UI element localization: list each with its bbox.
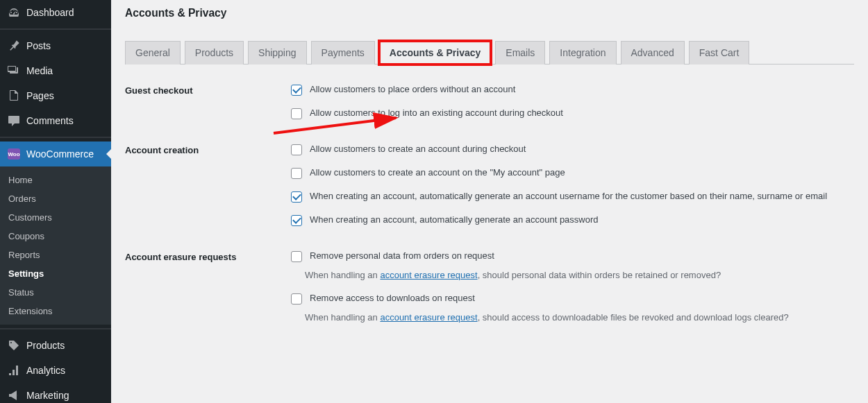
submenu-status[interactable]: Status [0,283,111,302]
sidebar-item-label: Analytics [26,365,65,376]
pin-icon [7,39,21,53]
help-text: When handling an account erasure request… [305,312,854,323]
marketing-icon [7,388,21,402]
checkbox-create-account-myaccount[interactable] [291,168,302,179]
option-create-account-checkout[interactable]: Allow customers to create an account dur… [288,144,854,157]
submenu-settings[interactable]: Settings [0,264,111,283]
sidebar-item-label: Posts [26,40,51,51]
option-label: Remove access to downloads on request [310,293,475,303]
option-remove-downloads[interactable]: Remove access to downloads on request [288,293,854,307]
section-erasure: Account erasure requests Remove personal… [125,250,854,335]
sidebar-item-products[interactable]: Products [0,333,111,358]
tab-integration[interactable]: Integration [549,41,616,65]
settings-tabs: General Products Shipping Payments Accou… [125,40,854,65]
sidebar-item-label: Comments [26,115,74,126]
sidebar-separator [0,28,111,30]
checkbox-remove-downloads[interactable] [291,293,302,305]
option-label: Allow customers to place orders without … [310,84,515,94]
sidebar-item-dashboard[interactable]: Dashboard [0,0,111,25]
checkbox-auto-password[interactable] [291,215,302,226]
option-login-checkout[interactable]: Allow customers to log into an existing … [288,108,854,121]
sidebar-item-comments[interactable]: Comments [0,108,111,133]
page-title: Accounts & Privacy [125,7,854,19]
help-text: When handling an account erasure request… [305,270,854,280]
option-label: When creating an account, automatically … [310,214,599,225]
submenu-reports[interactable]: Reports [0,246,111,264]
sidebar-item-label: Products [26,340,65,351]
submenu-orders[interactable]: Orders [0,189,111,208]
account-erasure-link[interactable]: account erasure request [380,312,477,323]
section-guest-checkout: Guest checkout Allow customers to place … [125,84,854,131]
option-label: Remove personal data from orders on requ… [310,250,494,261]
woocommerce-submenu: Home Orders Customers Coupons Reports Se… [0,166,111,325]
tab-accounts-privacy[interactable]: Accounts & Privacy [379,41,492,65]
section-account-creation: Account creation Allow customers to crea… [125,144,854,238]
submenu-coupons[interactable]: Coupons [0,227,111,246]
option-label: Allow customers to create an account on … [310,167,565,178]
admin-sidebar: Dashboard Posts Media Pages Comments Woo… [0,0,111,403]
sidebar-item-label: WooCommerce [26,148,94,160]
tab-advanced[interactable]: Advanced [621,41,685,65]
sidebar-separator [0,328,111,329]
comment-icon [7,114,21,128]
tab-emails[interactable]: Emails [495,41,545,65]
sidebar-item-label: Marketing [26,390,69,401]
checkbox-remove-personal-data[interactable] [291,251,302,262]
dashboard-icon [7,6,21,19]
media-icon [7,64,21,78]
sidebar-item-pages[interactable]: Pages [0,83,111,108]
section-title: Guest checkout [125,84,288,96]
sidebar-item-marketing[interactable]: Marketing [0,383,111,403]
analytics-icon [7,363,21,377]
option-auto-username[interactable]: When creating an account, automatically … [288,191,854,205]
sidebar-item-label: Dashboard [26,7,74,18]
option-label: When creating an account, automatically … [310,191,827,201]
sidebar-item-posts[interactable]: Posts [0,33,111,58]
woocommerce-icon: Woo [7,147,21,161]
tab-fast-cart[interactable]: Fast Cart [689,41,750,65]
tab-products[interactable]: Products [185,41,244,65]
submenu-extensions[interactable]: Extensions [0,302,111,320]
tab-general[interactable]: General [125,41,181,65]
checkbox-guest-orders[interactable] [291,85,302,96]
option-remove-personal-data[interactable]: Remove personal data from orders on requ… [288,250,854,264]
sidebar-item-label: Pages [26,90,54,101]
submenu-customers[interactable]: Customers [0,208,111,227]
tab-shipping[interactable]: Shipping [248,41,307,65]
settings-form: Guest checkout Allow customers to place … [125,84,854,335]
checkbox-auto-username[interactable] [291,191,302,203]
option-guest-orders[interactable]: Allow customers to place orders without … [288,84,854,98]
checkbox-create-account-checkout[interactable] [291,144,302,155]
checkbox-login-checkout[interactable] [291,108,302,119]
section-title: Account erasure requests [125,250,288,262]
option-create-account-myaccount[interactable]: Allow customers to create an account on … [288,167,854,181]
pages-icon [7,89,21,103]
option-label: Allow customers to create an account dur… [310,144,526,154]
sidebar-item-media[interactable]: Media [0,58,111,83]
products-icon [7,338,21,352]
option-auto-password[interactable]: When creating an account, automatically … [288,214,854,228]
tab-payments[interactable]: Payments [311,41,375,65]
sidebar-separator [0,137,111,138]
sidebar-item-label: Media [26,65,53,76]
account-erasure-link[interactable]: account erasure request [380,270,477,280]
submenu-home[interactable]: Home [0,171,111,189]
sidebar-item-woocommerce[interactable]: Woo WooCommerce [0,142,111,166]
section-title: Account creation [125,144,288,155]
main-content: Accounts & Privacy General Products Ship… [111,0,868,403]
sidebar-item-analytics[interactable]: Analytics [0,358,111,383]
option-label: Allow customers to log into an existing … [310,108,563,118]
